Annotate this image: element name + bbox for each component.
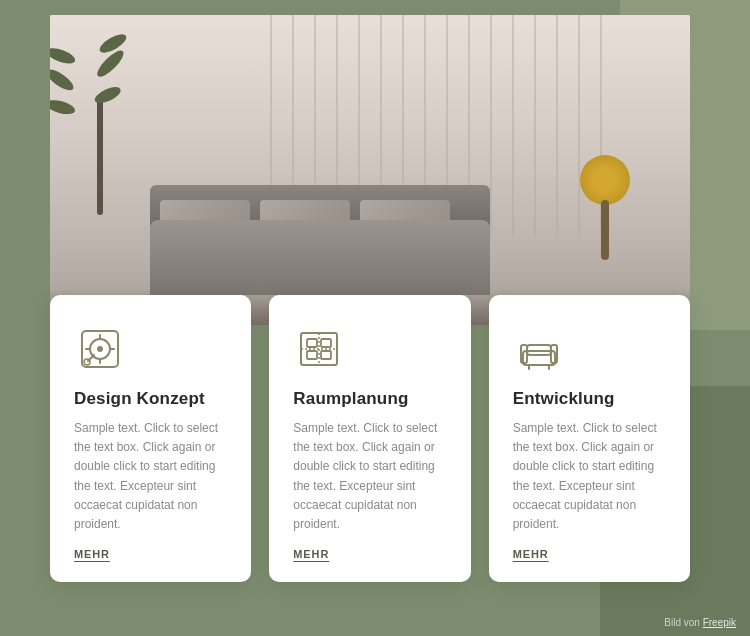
hero-image	[50, 15, 690, 325]
plant	[70, 35, 130, 215]
card-entwicklung-link[interactable]: MEHR	[513, 548, 666, 560]
lamp	[580, 155, 630, 285]
card-design-konzept-text: Sample text. Click to select the text bo…	[74, 419, 227, 534]
card-raumplanung-title: Raumplanung	[293, 389, 446, 409]
page-wrapper: Design Konzept Sample text. Click to sel…	[0, 0, 750, 636]
attribution-prefix: Bild von	[664, 617, 700, 628]
svg-point-7	[84, 359, 90, 365]
svg-rect-12	[321, 351, 331, 359]
card-raumplanung-link[interactable]: MEHR	[293, 548, 446, 560]
hero-img-placeholder	[50, 15, 690, 325]
card-design-konzept-title: Design Konzept	[74, 389, 227, 409]
svg-rect-9	[307, 339, 317, 347]
development-icon	[513, 323, 565, 375]
sofa	[130, 175, 510, 295]
card-entwicklung: Entwicklung Sample text. Click to select…	[489, 295, 690, 582]
card-entwicklung-title: Entwicklung	[513, 389, 666, 409]
card-raumplanung-text: Sample text. Click to select the text bo…	[293, 419, 446, 534]
card-design-konzept: Design Konzept Sample text. Click to sel…	[50, 295, 251, 582]
attribution-link[interactable]: Freepik	[703, 617, 736, 628]
svg-point-6	[97, 346, 103, 352]
cards-section: Design Konzept Sample text. Click to sel…	[50, 295, 690, 582]
attribution: Bild von Freepik	[664, 617, 736, 628]
card-entwicklung-text: Sample text. Click to select the text bo…	[513, 419, 666, 534]
svg-rect-11	[307, 351, 317, 359]
design-concept-icon	[74, 323, 126, 375]
room-planning-icon	[293, 323, 345, 375]
card-design-konzept-link[interactable]: MEHR	[74, 548, 227, 560]
svg-rect-10	[321, 339, 331, 347]
card-raumplanung: Raumplanung Sample text. Click to select…	[269, 295, 470, 582]
